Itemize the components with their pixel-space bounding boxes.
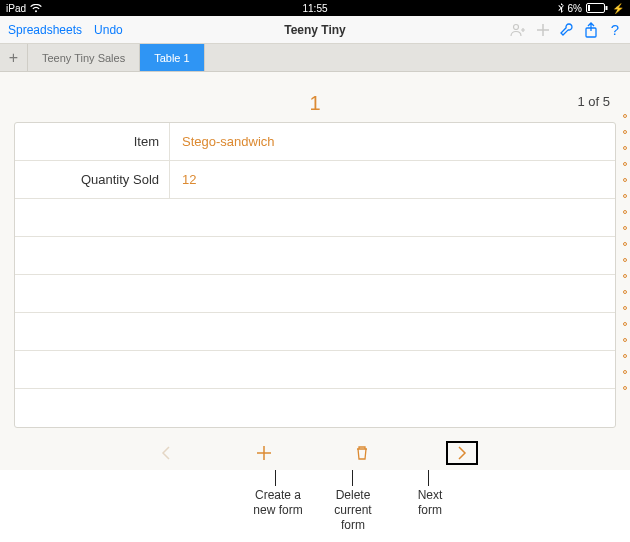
collaborate-icon[interactable]	[510, 23, 526, 37]
table-row[interactable]	[15, 389, 615, 427]
device-label: iPad	[6, 3, 26, 14]
sheet-tabs: + Teeny Tiny Sales Table 1	[0, 44, 630, 72]
annotation-area: Create a new form Delete current form Ne…	[0, 470, 630, 542]
share-icon[interactable]	[584, 22, 598, 38]
table-row[interactable]	[15, 237, 615, 275]
battery-percent: 6%	[568, 3, 582, 14]
add-tab-button[interactable]: +	[0, 44, 28, 71]
nav-bar: Spreadsheets Undo Teeny Tiny ?	[0, 16, 630, 44]
create-form-button[interactable]	[250, 439, 278, 467]
delete-form-button[interactable]	[348, 439, 376, 467]
svg-rect-2	[588, 5, 590, 11]
table-row[interactable]	[15, 351, 615, 389]
back-button[interactable]: Spreadsheets	[8, 23, 82, 37]
help-icon[interactable]: ?	[608, 21, 622, 38]
table-row[interactable]	[15, 199, 615, 237]
form-area: 1 1 of 5 Item Stego-sandwich Quantity So…	[0, 72, 630, 470]
next-form-highlight	[446, 441, 478, 465]
row-label: Quantity Sold	[15, 161, 170, 198]
tab-teeny-tiny-sales[interactable]: Teeny Tiny Sales	[28, 44, 140, 71]
table-row[interactable]	[15, 313, 615, 351]
annotation-create: Create a new form	[248, 488, 308, 518]
annotation-delete: Delete current form	[328, 488, 378, 533]
tab-label: Teeny Tiny Sales	[42, 52, 125, 64]
battery-icon	[586, 3, 608, 13]
tab-label: Table 1	[154, 52, 189, 64]
status-time: 11:55	[302, 3, 327, 14]
row-label: Item	[15, 123, 170, 160]
prev-form-button[interactable]	[152, 439, 180, 467]
document-title: Teeny Tiny	[284, 23, 346, 37]
charging-icon: ⚡	[612, 3, 624, 14]
wifi-icon	[30, 4, 42, 13]
form-table: Item Stego-sandwich Quantity Sold 12	[14, 122, 616, 428]
record-dots[interactable]	[620, 114, 630, 390]
tab-table-1[interactable]: Table 1	[140, 44, 204, 71]
table-row[interactable]: Item Stego-sandwich	[15, 123, 615, 161]
row-value[interactable]: 12	[170, 161, 615, 198]
form-toolbar	[14, 438, 616, 468]
next-form-button[interactable]	[448, 439, 476, 467]
status-bar: iPad 11:55 6% ⚡	[0, 0, 630, 16]
table-row[interactable]: Quantity Sold 12	[15, 161, 615, 199]
add-icon[interactable]	[536, 23, 550, 37]
tools-icon[interactable]	[560, 23, 574, 37]
record-number: 1	[309, 92, 320, 115]
record-pager: 1 of 5	[577, 94, 610, 109]
undo-button[interactable]: Undo	[94, 23, 123, 37]
annotation-next: Next form	[408, 488, 452, 518]
svg-point-3	[514, 24, 519, 29]
row-value[interactable]: Stego-sandwich	[170, 123, 615, 160]
table-row[interactable]	[15, 275, 615, 313]
bluetooth-icon	[558, 3, 564, 13]
